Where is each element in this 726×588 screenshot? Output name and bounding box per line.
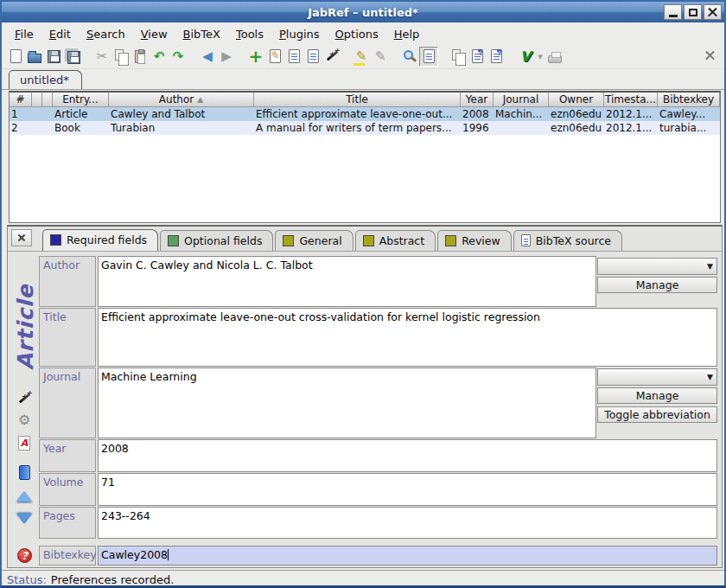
triangle-up-glyph bbox=[16, 491, 32, 502]
maximize-button[interactable] bbox=[684, 4, 702, 20]
col-timestamp[interactable]: Timesta... bbox=[604, 93, 658, 107]
copy-icon[interactable] bbox=[111, 47, 131, 67]
tab-required-fields[interactable]: Required fields bbox=[42, 229, 158, 251]
tab-label: General bbox=[299, 234, 341, 247]
save-database-icon[interactable] bbox=[44, 47, 63, 67]
clipboard-glyph bbox=[135, 50, 145, 63]
edit-preamble-icon[interactable] bbox=[284, 47, 303, 67]
gear-icon[interactable]: ⚙ bbox=[18, 412, 30, 428]
author-manage-button[interactable]: Manage bbox=[597, 277, 717, 293]
col-owner[interactable]: Owner bbox=[549, 93, 604, 107]
minimize-button[interactable] bbox=[664, 4, 682, 20]
optional-swatch-icon bbox=[168, 235, 179, 246]
table-row[interactable]: 1 Article Cawley and Talbot Efficient ap… bbox=[10, 107, 720, 121]
title-bar[interactable]: JabRef – untitled* bbox=[2, 2, 724, 22]
bibtexkey-field[interactable]: Cawley2008 bbox=[98, 546, 717, 566]
cell-bibtexkey: Cawley... bbox=[658, 107, 720, 121]
write-xmp-icon[interactable] bbox=[19, 465, 30, 480]
new-entry-icon[interactable]: + bbox=[246, 47, 265, 67]
cut-icon[interactable]: ✂ bbox=[92, 47, 111, 67]
unmark-entries-icon[interactable]: ✎ bbox=[371, 47, 390, 67]
tab-bibtex-source[interactable]: BibTeX source bbox=[513, 230, 622, 251]
menu-options[interactable]: Options bbox=[328, 26, 386, 42]
bibtexkey-value: Cawley2008 bbox=[101, 548, 168, 561]
push-to-lyx-icon[interactable]: ↰ bbox=[468, 47, 487, 67]
mark-entries-icon[interactable]: ✎ bbox=[352, 47, 371, 67]
table-header: # Entry... Author▲ Title Year Journal Ow… bbox=[10, 93, 720, 107]
toggle-abbreviation-button[interactable]: Toggle abbreviation bbox=[597, 406, 717, 423]
generate-key-wand-icon[interactable]: ++ bbox=[16, 391, 32, 406]
bibtexkey-label: Bibtexkey bbox=[39, 546, 96, 566]
search-icon[interactable] bbox=[400, 47, 419, 67]
help-icon[interactable]: ? bbox=[17, 548, 32, 563]
menu-search[interactable]: Search bbox=[79, 26, 133, 42]
floppy-glyph bbox=[48, 50, 60, 63]
open-database-icon[interactable] bbox=[25, 47, 44, 67]
undo-icon[interactable]: ↶ bbox=[150, 47, 169, 67]
push-to-winedt-icon[interactable]: ↰ bbox=[487, 47, 506, 67]
forward-icon[interactable]: ▶ bbox=[217, 47, 236, 67]
col-entrytype[interactable]: Entry... bbox=[53, 93, 109, 107]
dropdown-arrow-icon[interactable]: ▾ bbox=[535, 47, 545, 67]
redo-icon[interactable]: ↷ bbox=[169, 47, 188, 67]
blue-file-glyph bbox=[19, 465, 30, 480]
save-all-icon[interactable] bbox=[63, 47, 82, 67]
pages-field[interactable]: 243--264 bbox=[98, 507, 717, 539]
col-journal[interactable]: Journal bbox=[494, 93, 549, 107]
push-to-vim-icon[interactable]: V bbox=[516, 47, 535, 67]
pages-label: Pages bbox=[39, 507, 96, 539]
journal-manage-button[interactable]: Manage bbox=[597, 387, 717, 404]
toolbar-close-icon[interactable] bbox=[704, 50, 716, 61]
new-database-icon[interactable] bbox=[6, 47, 25, 67]
title-field[interactable]: Efficient approximate leave-one-out cros… bbox=[98, 308, 717, 367]
col-title[interactable]: Title bbox=[254, 93, 461, 107]
status-prefix: Status: bbox=[7, 573, 47, 586]
year-field[interactable]: 2008 bbox=[98, 439, 717, 472]
menu-bibtex[interactable]: BibTeX bbox=[175, 26, 228, 42]
cell-icon2 bbox=[42, 121, 53, 135]
pencil-glyph: ✎ bbox=[270, 49, 278, 61]
toggle-search-icon[interactable] bbox=[419, 47, 438, 67]
close-button[interactable] bbox=[704, 4, 722, 20]
menu-help[interactable]: Help bbox=[386, 26, 428, 42]
tab-abstract[interactable]: Abstract bbox=[355, 230, 436, 251]
col-number[interactable]: # bbox=[10, 93, 32, 107]
tab-label: Required fields bbox=[67, 233, 147, 246]
col-year[interactable]: Year bbox=[461, 93, 494, 107]
wand-icon[interactable]: ++ bbox=[322, 47, 341, 67]
volume-field[interactable]: 71 bbox=[98, 473, 717, 506]
author-field[interactable]: Gavin C. Cawley and Nicola L. C. Talbot bbox=[98, 256, 596, 307]
tab-general[interactable]: General bbox=[275, 230, 353, 251]
push-arrow-glyph: ↰ bbox=[494, 48, 501, 57]
back-icon[interactable]: ◀ bbox=[198, 47, 217, 67]
col-icon1[interactable] bbox=[32, 93, 42, 107]
col-icon2[interactable] bbox=[42, 93, 53, 107]
cell-year: 2008 bbox=[461, 107, 494, 121]
table-row[interactable]: 2 Book Turabian A manual for writers of … bbox=[10, 121, 720, 135]
menu-file[interactable]: File bbox=[7, 26, 41, 42]
journal-combobox[interactable]: ▼ bbox=[597, 368, 717, 386]
paste-icon[interactable] bbox=[131, 47, 150, 67]
menu-edit[interactable]: Edit bbox=[41, 26, 79, 42]
edit-strings-icon[interactable] bbox=[303, 47, 322, 67]
menu-plugins[interactable]: Plugins bbox=[271, 26, 328, 42]
author-combobox[interactable]: ▼ bbox=[597, 258, 717, 275]
previous-entry-icon[interactable] bbox=[16, 491, 32, 502]
question-glyph: ? bbox=[17, 548, 32, 563]
journal-field[interactable]: Machine Learning bbox=[98, 368, 596, 438]
col-author[interactable]: Author▲ bbox=[109, 93, 254, 107]
tab-optional-fields[interactable]: Optional fields bbox=[160, 230, 273, 251]
cell-timestamp: 2012.1... bbox=[604, 107, 658, 121]
pdf-icon[interactable]: A bbox=[18, 436, 30, 451]
print-icon[interactable] bbox=[545, 47, 564, 67]
edit-entry-icon[interactable]: ✎ bbox=[265, 47, 284, 67]
entry-editor: Required fields Optional fields General … bbox=[7, 225, 723, 568]
tab-review[interactable]: Review bbox=[437, 230, 512, 251]
tab-untitled[interactable]: untitled* bbox=[9, 70, 82, 89]
menu-tools[interactable]: Tools bbox=[228, 26, 271, 42]
next-entry-icon[interactable] bbox=[16, 514, 32, 524]
year-label: Year bbox=[39, 439, 96, 472]
col-bibtexkey[interactable]: Bibtexkey bbox=[658, 93, 720, 107]
copy-citation-icon[interactable] bbox=[449, 47, 468, 67]
menu-view[interactable]: View bbox=[133, 26, 175, 42]
